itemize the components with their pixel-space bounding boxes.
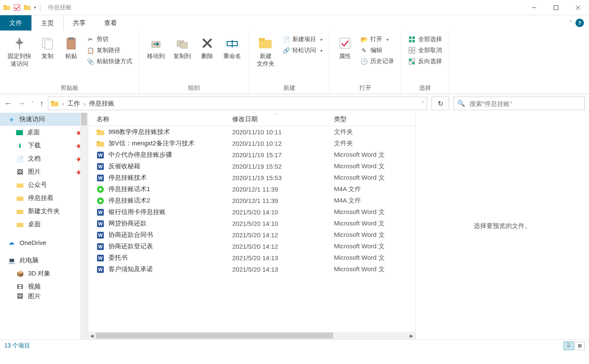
file-row[interactable]: 停息挂账话术22020/12/1 11:39M4A 文件 [88,195,415,206]
file-type: Microsoft Word 文 [334,231,415,239]
nav-thispc[interactable]: 💻此电脑 [0,254,88,267]
view-details-button[interactable]: ☰ [564,342,574,350]
forward-button[interactable]: → [18,99,25,108]
invertsel-button[interactable]: 反向选择 [406,57,444,66]
col-date-header[interactable]: 修改日期˄ [232,115,334,123]
nav-quick-access[interactable]: ★快速访问 [0,113,88,126]
file-row[interactable]: 停息挂账话术12020/12/1 11:39M4A 文件 [88,183,415,195]
chevron-down-icon[interactable]: ˅ [422,101,424,106]
dropdown-icon[interactable]: ▾ [34,5,36,10]
moveto-button[interactable]: 移动到 [143,32,169,64]
easyaccess-button[interactable]: 🔗轻松访问▾ [281,46,324,55]
search-input[interactable] [470,100,581,107]
copypath-button[interactable]: 📋复制路径 [85,46,134,55]
tab-home[interactable]: 主页 [31,15,64,31]
col-name-header[interactable]: 名称 [97,115,232,123]
tab-file[interactable]: 文件 [0,15,31,31]
svg-rect-6 [554,6,558,10]
nav-videos[interactable]: 🎞视频 [0,280,88,293]
file-name: 网贷协商还款 [108,220,147,228]
file-type: Microsoft Word 文 [334,174,415,182]
paste-shortcut-button[interactable]: 📎粘贴快捷方式 [85,57,134,66]
back-button[interactable]: ← [4,99,12,108]
pin-button[interactable]: 固定到快 速访问 [3,32,36,71]
minimize-button[interactable] [523,0,545,15]
rename-button[interactable]: 重命名 [219,32,245,64]
svg-rect-35 [412,62,415,64]
nav-documents[interactable]: 📄文档📌 [0,152,88,165]
nav-folder[interactable]: 新建文件夹 [0,205,88,218]
up-button[interactable]: ↑ [40,99,44,108]
close-button[interactable] [567,0,589,15]
selectnone-icon [408,47,416,54]
nav-scrollbar[interactable] [80,113,88,339]
tab-view[interactable]: 查看 [95,15,126,31]
nav-3dobjects[interactable]: 📦3D 对象 [0,267,88,280]
edit-button[interactable]: ✎编辑 [358,46,396,55]
shortcut-icon: 📎 [86,58,94,65]
file-row[interactable]: W协商还款合同书2021/5/20 14:12Microsoft Word 文 [88,229,415,241]
newfolder-button[interactable]: 新建 文件夹 [253,32,279,71]
file-row[interactable]: W反催收秘籍2020/11/19 15:52Microsoft Word 文 [88,161,415,172]
file-row[interactable]: W协商还款登记表2021/5/20 14:12Microsoft Word 文 [88,241,415,252]
recent-dropdown[interactable]: ˅ [31,101,34,106]
properties-button[interactable]: 属性 [333,32,357,64]
selectall-button[interactable]: 全部选择 [406,35,444,44]
cut-button[interactable]: ✂剪切 [85,35,134,44]
edit-icon: ✎ [360,47,368,54]
horizontal-scrollbar[interactable]: ◀ ▶ [88,332,415,339]
tab-share[interactable]: 共享 [64,15,95,31]
col-type-header[interactable]: 类型 [334,115,415,123]
nav-folder[interactable]: 停息挂着 [0,192,88,205]
file-date: 2020/12/1 11:39 [232,186,334,193]
file-row[interactable]: 998教学停息挂账技术2020/11/10 10:11文件夹 [88,126,415,138]
scroll-right-button[interactable]: ▶ [408,332,415,339]
file-type: Microsoft Word 文 [334,220,415,228]
word-icon: W [97,220,104,228]
word-icon: W [97,243,104,250]
check-icon[interactable] [14,4,20,11]
help-icon[interactable]: ? [575,19,584,27]
selectnone-button[interactable]: 全部取消 [406,46,444,55]
file-list[interactable]: 998教学停息挂账技术2020/11/10 10:11文件夹加V信：mengxt… [88,126,415,332]
view-large-button[interactable]: ▦ [575,342,585,350]
search-box[interactable]: 🔍 [453,97,585,110]
copy-button[interactable]: 复制 [36,32,59,64]
nav-folder[interactable]: 公众号 [0,178,88,192]
newitem-button[interactable]: 📄新建项目▾ [281,35,324,44]
file-row[interactable]: W中介代办停息挂账步骤2020/11/19 15:17Microsoft Wor… [88,149,415,161]
open-button[interactable]: 📂打开▾ [358,35,396,44]
nav-folder[interactable]: 桌面 [0,218,88,231]
breadcrumb-segment[interactable]: 停息挂账 [89,100,114,108]
history-button[interactable]: 🕑历史记录 [358,57,396,66]
file-row[interactable]: W网贷协商还款2021/5/20 14:10Microsoft Word 文 [88,218,415,229]
nav-pane[interactable]: ★快速访问 桌面📌 ⬇下载📌 📄文档📌 🖼图片📌 公众号 停息挂着 新建文件夹 … [0,113,88,339]
nav-pictures-pc[interactable]: 🖼图片 [0,293,88,299]
chevron-up-icon[interactable]: ˄ [569,19,572,26]
address-bar[interactable]: › 工作 › 停息挂账 ˅ [48,97,427,110]
copyto-button[interactable]: 复制到 [169,32,195,64]
file-row[interactable]: W委托书2021/5/20 14:13Microsoft Word 文 [88,252,415,264]
video-icon: 🎞 [16,283,24,291]
svg-rect-30 [409,51,411,53]
file-row[interactable]: W停息挂账技术2020/11/19 15:53Microsoft Word 文 [88,172,415,183]
nav-desktop[interactable]: 桌面📌 [0,126,88,139]
scroll-left-button[interactable]: ◀ [88,332,96,339]
delete-button[interactable]: 删除 [195,32,219,64]
file-row[interactable]: 加V信：mengxt2备注学习技术2020/11/10 10:12文件夹 [88,138,415,149]
folder-icon [97,140,104,147]
nav-onedrive[interactable]: ☁OneDrive [0,236,88,249]
group-select-label: 选择 [405,83,445,93]
paste-button[interactable]: 粘贴 [59,32,83,64]
nav-downloads[interactable]: ⬇下载📌 [0,139,88,152]
word-icon: W [97,231,104,239]
file-date: 2020/12/1 11:39 [232,197,334,204]
breadcrumb-segment[interactable]: 工作 [67,100,80,108]
maximize-button[interactable] [545,0,567,15]
group-new-label: 新建 [253,83,326,93]
file-row[interactable]: W客户须知及承诺2021/5/20 14:13Microsoft Word 文 [88,264,415,275]
refresh-button[interactable]: ↻ [431,97,449,110]
file-row[interactable]: W银行信用卡停息挂账2021/5/20 14:10Microsoft Word … [88,206,415,218]
nav-pictures[interactable]: 🖼图片📌 [0,165,88,178]
file-date: 2020/11/19 15:17 [232,151,334,158]
